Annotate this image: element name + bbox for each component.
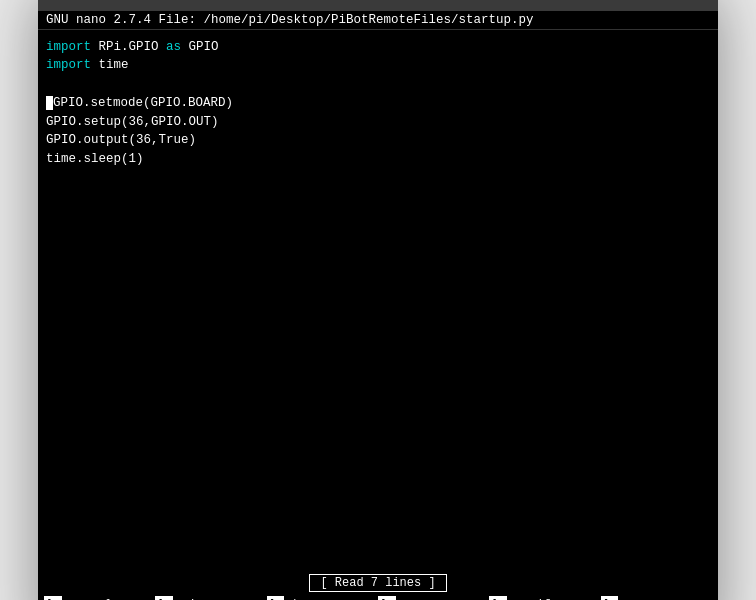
nano-header-text: GNU nano 2.7.4 File: /home/pi/Desktop/Pi… [46, 13, 534, 27]
status-bar: [ Read 7 lines ] [38, 570, 718, 594]
nano-header: GNU nano 2.7.4 File: /home/pi/Desktop/Pi… [38, 11, 718, 30]
keybindings: ^G Get Help ^O Write Out ^W Where Is ^K … [38, 594, 718, 601]
code-line-3 [46, 75, 710, 94]
kb-cut-text: ^K Cut Text [378, 596, 489, 601]
key-c: ^C [601, 596, 619, 601]
key-w: ^W [267, 596, 285, 601]
kb-cur-pos: ^C Cur Pos [601, 596, 712, 601]
key-g: ^G [44, 596, 62, 601]
terminal-window: 🏠 robertswanson — pi@pibot: ~ — ssh pi@p… [38, 0, 718, 600]
code-line-7: time.sleep(1) [46, 150, 710, 169]
label-cut-text: Cut Text [398, 597, 453, 601]
kb-justify: ^J Justify [489, 596, 600, 601]
label-justify: Justify [509, 597, 557, 601]
kb-where-is: ^W Where Is [267, 596, 378, 601]
key-o: ^O [155, 596, 173, 601]
label-where-is: Where Is [286, 597, 341, 601]
keyword-import2: import [46, 58, 91, 72]
label-get-help: Get Help [64, 597, 119, 601]
code-area[interactable]: import RPi.GPIO as GPIO import time GPIO… [38, 30, 718, 370]
keyword-as: as [166, 40, 181, 54]
kb-get-help: ^G Get Help [44, 596, 155, 601]
key-k: ^K [378, 596, 396, 601]
gpio-setmode: GPIO.setmode(GPIO.BOARD) [53, 96, 233, 110]
keyword-import: import [46, 40, 91, 54]
code-line-1: import RPi.GPIO as GPIO [46, 38, 710, 57]
label-write-out: Write Out [175, 597, 237, 601]
key-j: ^J [489, 596, 507, 601]
status-message: [ Read 7 lines ] [309, 574, 446, 592]
terminal-body[interactable]: GNU nano 2.7.4 File: /home/pi/Desktop/Pi… [38, 11, 718, 601]
code-line-6: GPIO.output(36,True) [46, 131, 710, 150]
label-cur-pos: Cur Pos [620, 597, 668, 601]
code-line-5: GPIO.setup(36,GPIO.OUT) [46, 113, 710, 132]
module-rpi: RPi.GPIO [99, 40, 159, 54]
code-line-4: GPIO.setmode(GPIO.BOARD) [46, 94, 710, 113]
module-time: time [99, 58, 129, 72]
kb-row-1: ^G Get Help ^O Write Out ^W Where Is ^K … [38, 596, 718, 601]
titlebar: 🏠 robertswanson — pi@pibot: ~ — ssh pi@p… [38, 0, 718, 11]
kb-write-out: ^O Write Out [155, 596, 266, 601]
code-line-2: import time [46, 56, 710, 75]
empty-space [38, 370, 718, 570]
cursor [46, 96, 53, 110]
alias-gpio: GPIO [189, 40, 219, 54]
